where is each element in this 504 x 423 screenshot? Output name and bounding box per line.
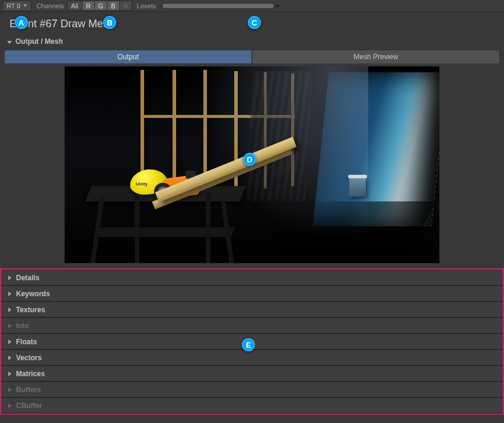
tab-output[interactable]: Output (5, 50, 251, 63)
output-mesh-label: Output / Mesh (15, 37, 63, 46)
accordion-row-keywords[interactable]: Keywords (1, 286, 503, 302)
toolbar: RT 0 ▼ Channels All R G B A Levels (0, 0, 504, 12)
accordion-row-cbuffer[interactable]: CBuffer (1, 398, 503, 414)
preview-area: Unity (0, 66, 504, 267)
accordion-row-matrices[interactable]: Matrices (1, 366, 503, 382)
render-target-label: RT 0 (7, 2, 20, 9)
accordion-label: CBuffer (16, 402, 42, 410)
accordion-label: Buffers (16, 386, 41, 394)
accordion-row-textures[interactable]: Textures (1, 302, 503, 318)
accordion-label: Floats (16, 338, 37, 346)
annotation-badge-d: D (243, 153, 256, 166)
scene-drape (246, 71, 312, 201)
levels-slider[interactable] (161, 2, 279, 9)
channel-r-button[interactable]: R (82, 1, 95, 11)
hard-hat-logo: Unity (136, 181, 148, 187)
accordion-row-ints[interactable]: Ints (1, 318, 503, 334)
chevron-right-icon (8, 402, 11, 410)
channels-group: All R G B A (68, 1, 132, 11)
chevron-right-icon (8, 290, 11, 298)
chevron-right-icon (8, 306, 11, 314)
accordion-row-details[interactable]: Details (1, 270, 503, 286)
chevron-right-icon (8, 274, 11, 282)
chevron-right-icon (8, 354, 11, 362)
render-target-dropdown[interactable]: RT 0 ▼ (2, 1, 31, 11)
accordion-label: Matrices (16, 370, 45, 378)
workbench-leg (135, 192, 139, 263)
levels-label: Levels (137, 2, 156, 9)
paint-bucket (349, 177, 366, 197)
channel-g-button[interactable]: G (94, 1, 107, 11)
accordion-label: Textures (16, 306, 45, 314)
chevron-right-icon (8, 370, 11, 378)
accordion-row-vectors[interactable]: Vectors (1, 350, 503, 366)
accordion-row-buffers[interactable]: Buffers (1, 382, 503, 398)
accordion-label: Details (16, 274, 39, 282)
output-tabs: Output Mesh Preview (0, 48, 504, 66)
annotation-badge-e: E (242, 338, 255, 351)
workbench-shelf (96, 227, 235, 237)
chevron-right-icon (8, 322, 11, 330)
levels-track (161, 5, 279, 7)
foldout-arrow-icon (7, 37, 12, 46)
accordion-label: Keywords (16, 290, 50, 298)
accordion-label: Ints (16, 322, 28, 330)
channel-b-button[interactable]: B (107, 1, 120, 11)
workbench-leg (206, 192, 210, 263)
chevron-right-icon (8, 386, 11, 394)
channels-label: Channels (36, 2, 63, 9)
channel-a-button[interactable]: A (119, 1, 132, 11)
annotation-badge-a: A (15, 16, 28, 29)
levels-fill (162, 3, 275, 9)
accordion-label: Vectors (16, 354, 42, 362)
tab-mesh-preview[interactable]: Mesh Preview (253, 50, 499, 63)
chevron-right-icon (8, 338, 11, 346)
channel-all-button[interactable]: All (67, 1, 82, 11)
chevron-down-icon: ▼ (23, 3, 27, 8)
annotation-badge-b: B (103, 16, 116, 29)
output-mesh-foldout[interactable]: Output / Mesh (0, 35, 504, 48)
annotation-badge-c: C (248, 16, 261, 29)
